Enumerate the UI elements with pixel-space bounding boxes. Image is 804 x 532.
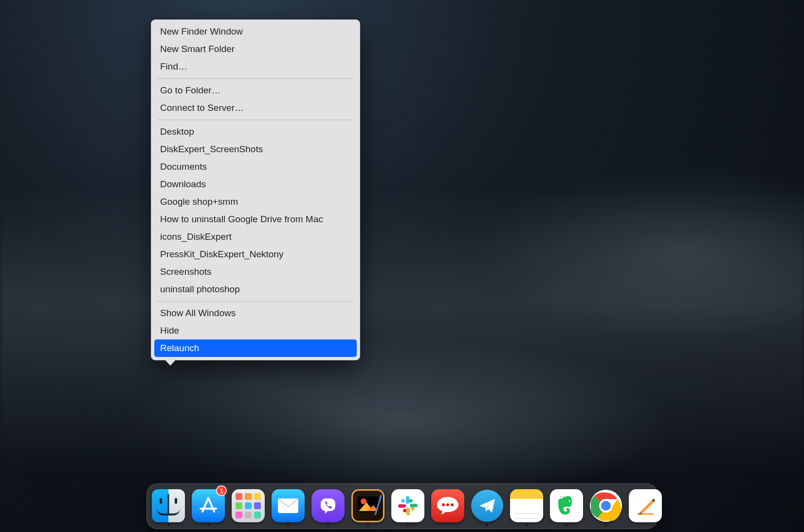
- menu-item-google-shop-smm[interactable]: Google shop+smm: [151, 193, 360, 211]
- dock-app-pixelmator[interactable]: [351, 487, 384, 524]
- running-indicator: [287, 524, 289, 526]
- running-indicator: [605, 524, 607, 526]
- svg-point-17: [446, 503, 449, 506]
- launchpad-icon: [232, 489, 265, 522]
- menu-item-hide[interactable]: Hide: [151, 322, 360, 339]
- svg-rect-13: [406, 508, 410, 515]
- menu-item-find[interactable]: Find…: [151, 58, 360, 75]
- menu-item-show-all-windows[interactable]: Show All Windows: [151, 304, 360, 322]
- svg-point-18: [451, 503, 454, 506]
- dock-app-google-chrome[interactable]: [590, 487, 622, 524]
- menu-item-connect-to-server[interactable]: Connect to Server…: [151, 99, 360, 117]
- slack-icon: [391, 489, 424, 522]
- dock-app-viber[interactable]: [311, 487, 345, 524]
- dock: 1: [146, 483, 658, 529]
- svg-rect-3: [278, 498, 298, 513]
- menu-item-desktop[interactable]: Desktop: [151, 123, 360, 141]
- telegram-icon: [471, 490, 503, 522]
- dock-app-slack[interactable]: [391, 487, 424, 524]
- dock-app-messages[interactable]: [431, 487, 464, 524]
- running-indicator: [566, 524, 567, 526]
- menu-item-documents[interactable]: Documents: [151, 158, 360, 176]
- menu-item-icons-diskexpert[interactable]: icons_DiskExpert: [151, 228, 360, 246]
- evernote-icon: [550, 489, 583, 522]
- running-indicator: [526, 524, 528, 526]
- menu-item-screenshots[interactable]: Screenshots: [151, 263, 360, 281]
- svg-point-19: [568, 500, 570, 501]
- dock-app-launchpad[interactable]: [232, 487, 265, 524]
- svg-rect-12: [410, 504, 418, 507]
- running-indicator: [327, 524, 329, 526]
- running-indicator: [207, 524, 209, 526]
- svg-rect-4: [321, 498, 335, 511]
- dock-app-evernote[interactable]: [550, 487, 583, 524]
- menu-item-presskit-diskexpert-nektony[interactable]: PressKit_DiskExpert_Nektony: [151, 246, 360, 263]
- running-indicator: [167, 524, 169, 526]
- running-indicator: [367, 524, 369, 526]
- dock-app-notes[interactable]: [510, 487, 543, 524]
- desktop-wallpaper-fog: [0, 186, 804, 479]
- running-indicator: [486, 524, 488, 526]
- menu-item-new-smart-folder[interactable]: New Smart Folder: [151, 40, 360, 58]
- finder-dock-context-menu: New Finder WindowNew Smart FolderFind…Go…: [151, 19, 360, 360]
- menu-item-go-to-folder[interactable]: Go to Folder…: [151, 82, 360, 99]
- svg-rect-11: [406, 496, 409, 504]
- svg-rect-14: [398, 504, 406, 508]
- menu-separator: [157, 78, 354, 79]
- menu-item-downloads[interactable]: Downloads: [151, 176, 360, 193]
- pixelmator-icon: [351, 489, 384, 522]
- viber-icon: [311, 489, 345, 522]
- mail-icon: [272, 489, 305, 522]
- pages-icon: [629, 489, 662, 522]
- menu-separator: [157, 301, 354, 301]
- menu-item-new-finder-window[interactable]: New Finder Window: [151, 23, 360, 40]
- running-indicator: [407, 524, 409, 526]
- dock-container: 1: [146, 483, 658, 529]
- dock-app-mail[interactable]: [272, 487, 305, 524]
- menu-item-relaunch[interactable]: Relaunch: [154, 339, 357, 357]
- svg-point-16: [442, 503, 445, 506]
- menu-item-diskexpert-screenshots[interactable]: DiskExpert_ScreenShots: [151, 141, 360, 158]
- menu-item-how-to-uninstall-google-drive-from-mac[interactable]: How to uninstall Google Drive from Mac: [151, 211, 360, 228]
- menu-item-uninstall-photoshop[interactable]: uninstall photoshop: [151, 281, 360, 298]
- dock-app-pages[interactable]: [629, 487, 662, 524]
- menu-separator: [157, 120, 354, 120]
- messages-icon: [431, 489, 464, 522]
- dock-app-finder[interactable]: [152, 487, 185, 524]
- dock-app-app-store[interactable]: 1: [192, 487, 225, 524]
- notes-icon: [510, 489, 543, 522]
- notification-badge: 1: [216, 485, 227, 496]
- finder-icon: [152, 489, 185, 522]
- dock-app-telegram[interactable]: [471, 487, 503, 524]
- google-chrome-icon: [590, 490, 622, 522]
